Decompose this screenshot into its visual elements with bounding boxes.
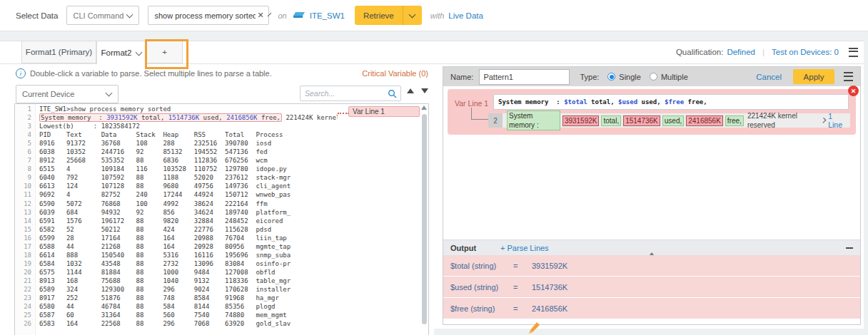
clear-icon[interactable]: ✕ <box>257 11 263 20</box>
line-numbers: 1 2 3 4 5 6 7 8 9 10 11 12 13 14 15 16 1… <box>15 104 35 328</box>
chevron-right-icon <box>820 118 826 123</box>
output-title: Output <box>450 244 476 252</box>
output-row: $free (string)=2416856K <box>443 298 860 319</box>
var-line-connector <box>338 113 349 115</box>
test-on-devices-link[interactable]: Test on Devices: 0 <box>772 48 839 56</box>
scrollbar[interactable] <box>421 105 427 334</box>
data-type-select[interactable]: CLI Command <box>66 6 139 25</box>
hint-row: i Double-click a variable to parse. Sele… <box>16 68 272 79</box>
qualification-row: Qualification: Defined | Test on Devices… <box>642 41 858 63</box>
connector-line <box>471 108 489 120</box>
on-label: on <box>278 11 286 20</box>
retrieve-menu-button[interactable] <box>403 14 422 17</box>
device-icon <box>293 11 306 20</box>
expand-line-link[interactable]: 1 Line <box>822 112 846 129</box>
radio-multiple[interactable] <box>650 73 657 81</box>
output-rows: $total (string)=3931592K$used (string)=1… <box>443 255 860 319</box>
tab-add[interactable]: + <box>146 41 183 63</box>
match-chip: 221424K kernel reserved <box>746 111 819 130</box>
matched-line-row: 2 System memory :3931592Ktotal,1514736Ku… <box>488 113 850 128</box>
critical-variable-link[interactable]: Critical Variable (0) <box>328 69 428 78</box>
parse-lines-link[interactable]: + Parse Lines <box>500 244 549 252</box>
minimize-icon[interactable] <box>846 247 853 249</box>
select-data-label: Select Data <box>16 11 58 20</box>
tab-format1[interactable]: Format1 (Primary) <box>21 41 96 63</box>
tab-format2[interactable]: Format2 <box>96 41 146 64</box>
var-line-tag[interactable]: Var Line 1 <box>348 106 420 117</box>
search-icon <box>388 89 397 98</box>
pattern-input[interactable]: System memory : $total total, $used used… <box>493 94 849 110</box>
match-chip: System memory : <box>507 110 560 130</box>
var-line-label: Var Line 1 <box>455 99 488 108</box>
qualification-label: Qualification: <box>676 48 723 56</box>
page-background-band <box>0 31 868 41</box>
match-chip: free, <box>725 115 744 126</box>
scrollbar-thumb[interactable] <box>422 114 427 324</box>
command-combo[interactable]: ✕ <box>148 6 269 25</box>
command-input[interactable] <box>148 11 257 21</box>
apply-button[interactable]: Apply <box>793 69 834 84</box>
output-row: $used (string)=1514736K <box>443 277 860 297</box>
retrieve-button[interactable]: Retrieve <box>355 6 422 25</box>
pattern-panel: Name: Type: Single Multiple Cancel Apply… <box>443 66 861 325</box>
pattern-name-input[interactable] <box>479 69 570 85</box>
chevron-down-icon <box>126 11 133 18</box>
cancel-button[interactable]: Cancel <box>756 73 782 81</box>
output-row: $total (string)=3931592K <box>443 255 860 276</box>
menu-icon[interactable] <box>849 48 858 57</box>
output-header: Output + Parse Lines <box>443 239 860 255</box>
match-chip: 1514736K <box>623 115 660 126</box>
match-chip: total, <box>601 115 621 126</box>
pattern-header-bar: Name: Type: Single Multiple Cancel Apply <box>443 67 860 86</box>
with-label: with <box>430 11 445 20</box>
cursor-artifact <box>528 321 540 334</box>
var-gutter <box>338 105 423 335</box>
name-label: Name: <box>450 73 473 81</box>
hint-text: Double-click a variable to parse. Select… <box>30 69 272 78</box>
data-type-value: CLI Command <box>67 11 127 20</box>
page-background-bottom <box>434 329 868 335</box>
info-icon: i <box>16 68 26 78</box>
device-name-link[interactable]: ITE_SW1 <box>310 11 345 20</box>
code-content: ITE_SW1>show process memory sorted Syste… <box>39 104 339 328</box>
type-label: Type: <box>580 73 599 81</box>
qualification-value-link[interactable]: Defined <box>727 48 755 56</box>
chevron-down-icon[interactable] <box>267 12 271 16</box>
match-chip: 2416856K <box>686 115 723 126</box>
current-device-select[interactable]: Current Device <box>16 85 118 103</box>
top-toolbar: Select Data CLI Command ✕ on ITE_SW1 Ret… <box>0 0 868 31</box>
chevron-down-icon <box>136 48 143 56</box>
highlighted-line[interactable]: System memory : 3931592K total, 1514736K… <box>39 113 282 122</box>
var-line-editor: ✕ Var Line 1 System memory : $total tota… <box>448 89 856 135</box>
menu-icon[interactable] <box>844 72 853 81</box>
collapse-icon[interactable] <box>649 244 655 252</box>
line-number-badge: 2 <box>488 113 503 128</box>
code-panel: 1 2 3 4 5 6 7 8 9 10 11 12 13 14 15 16 1… <box>14 103 429 335</box>
match-chips: System memory :3931592Ktotal,1514736Kuse… <box>503 113 850 128</box>
chevron-down-icon <box>106 90 113 97</box>
prev-match-button[interactable] <box>407 88 414 93</box>
scroll-up-icon[interactable] <box>421 105 427 110</box>
close-icon[interactable]: ✕ <box>848 86 859 96</box>
search-box <box>300 86 401 101</box>
match-chip: used, <box>662 115 684 126</box>
next-match-button[interactable] <box>421 88 428 93</box>
page-background-right <box>864 31 868 335</box>
radio-single[interactable] <box>607 73 615 81</box>
search-input[interactable] <box>301 88 388 98</box>
match-chip: 3931592K <box>562 115 600 126</box>
live-data-link[interactable]: Live Data <box>448 11 483 20</box>
